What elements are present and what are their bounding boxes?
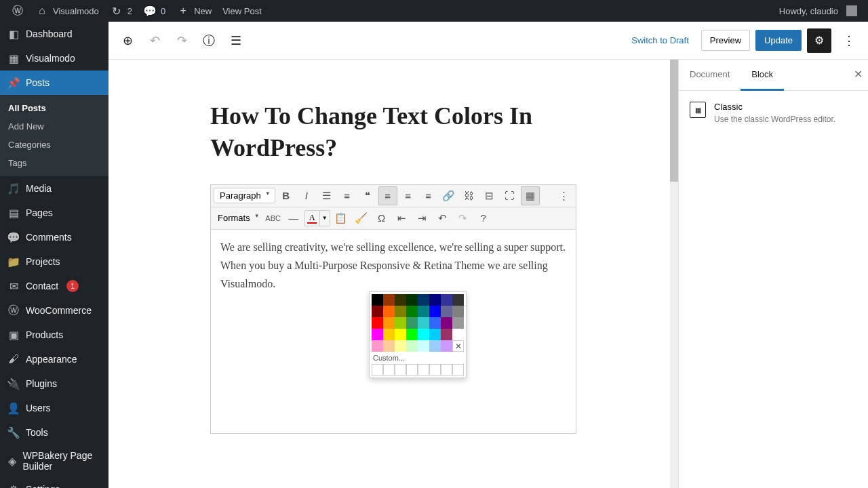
color-swatch[interactable] — [395, 329, 406, 340]
custom-color-slot[interactable] — [452, 364, 464, 375]
post-title[interactable]: How To Change Text Colors In WordPress? — [210, 100, 576, 164]
redo-button[interactable]: ↷ — [170, 28, 194, 53]
color-swatch[interactable] — [395, 306, 406, 317]
custom-color-slot[interactable] — [418, 364, 429, 375]
number-list-button[interactable]: ≡ — [338, 186, 357, 205]
color-swatch[interactable] — [429, 340, 441, 352]
more-tag-button[interactable]: ⊟ — [480, 186, 499, 205]
custom-color-slot[interactable] — [441, 364, 452, 375]
tab-document[interactable]: Document — [679, 60, 741, 90]
color-swatch[interactable] — [418, 294, 429, 306]
custom-color-slot[interactable] — [406, 364, 418, 375]
toolbar-toggle-button[interactable]: ▦ — [521, 186, 540, 205]
color-swatch[interactable] — [452, 329, 464, 340]
settings-button[interactable]: ⚙ — [807, 28, 831, 53]
align-right-button[interactable]: ≡ — [419, 186, 438, 205]
sidebar-item-woocommerce[interactable]: ⓦWooCommerce — [0, 298, 108, 323]
color-swatch[interactable] — [441, 340, 452, 352]
block-more-button[interactable]: ⋮ — [554, 186, 573, 205]
color-swatch[interactable] — [452, 306, 464, 317]
color-swatch[interactable] — [372, 317, 383, 329]
color-swatch[interactable] — [406, 294, 418, 306]
tab-block[interactable]: Block — [741, 60, 784, 91]
custom-color-slot[interactable] — [383, 364, 395, 375]
sidebar-item-settings[interactable]: ⚙Settings — [0, 477, 108, 488]
color-swatch[interactable] — [406, 306, 418, 317]
special-char-button[interactable]: Ω — [372, 209, 391, 228]
color-swatch[interactable] — [395, 340, 406, 352]
color-swatch[interactable] — [429, 317, 441, 329]
color-swatch[interactable] — [441, 329, 452, 340]
color-swatch[interactable] — [383, 306, 395, 317]
color-swatch[interactable] — [406, 329, 418, 340]
color-swatch[interactable] — [372, 340, 383, 352]
custom-color-slot[interactable] — [395, 364, 406, 375]
wp-logo[interactable]: ⓦ — [5, 0, 30, 22]
color-swatch[interactable] — [441, 294, 452, 306]
sidebar-item-plugins[interactable]: 🔌Plugins — [0, 371, 108, 396]
color-swatch[interactable] — [418, 340, 429, 352]
formats-selector[interactable]: Formats — [214, 211, 262, 225]
color-none-button[interactable]: ✕ — [452, 340, 464, 352]
sidebar-item-users[interactable]: 👤Users — [0, 396, 108, 420]
scrollbar[interactable] — [670, 60, 678, 488]
color-swatch[interactable] — [441, 306, 452, 317]
color-swatch[interactable] — [395, 317, 406, 329]
sidebar-item-products[interactable]: ▣Products — [0, 323, 108, 347]
custom-color-slot[interactable] — [372, 364, 383, 375]
align-center-button[interactable]: ≡ — [399, 186, 418, 205]
view-post[interactable]: View Post — [217, 0, 267, 22]
link-button[interactable]: 🔗 — [439, 186, 458, 205]
color-swatch[interactable] — [452, 317, 464, 329]
bullet-list-button[interactable]: ☰ — [317, 186, 336, 205]
comments-bubble[interactable]: 💬0 — [138, 0, 171, 22]
color-swatch[interactable] — [372, 329, 383, 340]
submenu-item-tags[interactable]: Tags — [0, 154, 108, 172]
submenu-item-categories[interactable]: Categories — [0, 136, 108, 154]
update-button[interactable]: Update — [755, 30, 802, 51]
strikethrough-button[interactable]: ABC — [264, 209, 283, 228]
color-swatch[interactable] — [395, 294, 406, 306]
chevron-down-icon[interactable]: ▼ — [320, 211, 330, 226]
paste-text-button[interactable]: 📋 — [332, 209, 351, 228]
clear-format-button[interactable]: 🧹 — [352, 209, 371, 228]
color-swatch[interactable] — [452, 294, 464, 306]
sidebar-item-visualmodo[interactable]: ▦Visualmodo — [0, 46, 108, 70]
color-swatch[interactable] — [418, 317, 429, 329]
sidebar-item-projects[interactable]: 📁Projects — [0, 249, 108, 274]
color-swatch[interactable] — [429, 306, 441, 317]
preview-button[interactable]: Preview — [701, 30, 750, 51]
editor-canvas[interactable]: How To Change Text Colors In WordPress? … — [108, 60, 678, 488]
color-swatch[interactable] — [418, 329, 429, 340]
fullscreen-button[interactable]: ⛶ — [500, 186, 519, 205]
new-content[interactable]: +New — [171, 0, 217, 22]
account[interactable]: Howdy, claudio — [774, 0, 863, 22]
color-swatch[interactable] — [441, 317, 452, 329]
align-left-button[interactable]: ≡ — [378, 186, 397, 205]
color-swatch[interactable] — [383, 329, 395, 340]
hr-button[interactable]: — — [284, 209, 303, 228]
updates[interactable]: ↻2 — [104, 0, 138, 22]
redo-button-tb[interactable]: ↷ — [454, 209, 473, 228]
color-swatch[interactable] — [383, 294, 395, 306]
outline-button[interactable]: ☰ — [224, 28, 248, 53]
outdent-button[interactable]: ⇤ — [393, 209, 412, 228]
color-swatch[interactable] — [429, 329, 441, 340]
paragraph-selector[interactable]: Paragraph — [214, 188, 275, 203]
italic-button[interactable]: I — [297, 186, 316, 205]
more-button[interactable]: ⋮ — [837, 28, 861, 53]
undo-button-tb[interactable]: ↶ — [433, 209, 452, 228]
sidebar-item-posts[interactable]: 📌Posts — [0, 70, 108, 95]
sidebar-item-appearance[interactable]: 🖌Appearance — [0, 347, 108, 371]
color-swatch[interactable] — [372, 294, 383, 306]
color-swatch[interactable] — [429, 294, 441, 306]
sidebar-item-dashboard[interactable]: ◧Dashboard — [0, 22, 108, 46]
sidebar-item-wpbakery-page-builder[interactable]: ◈WPBakery Page Builder — [0, 445, 108, 477]
color-swatch[interactable] — [383, 340, 395, 352]
color-swatch[interactable] — [383, 317, 395, 329]
color-swatch[interactable] — [406, 317, 418, 329]
sidebar-item-comments[interactable]: 💬Comments — [0, 225, 108, 249]
bold-button[interactable]: B — [277, 186, 296, 205]
info-button[interactable]: ⓘ — [197, 28, 221, 53]
help-button[interactable]: ? — [474, 209, 493, 228]
